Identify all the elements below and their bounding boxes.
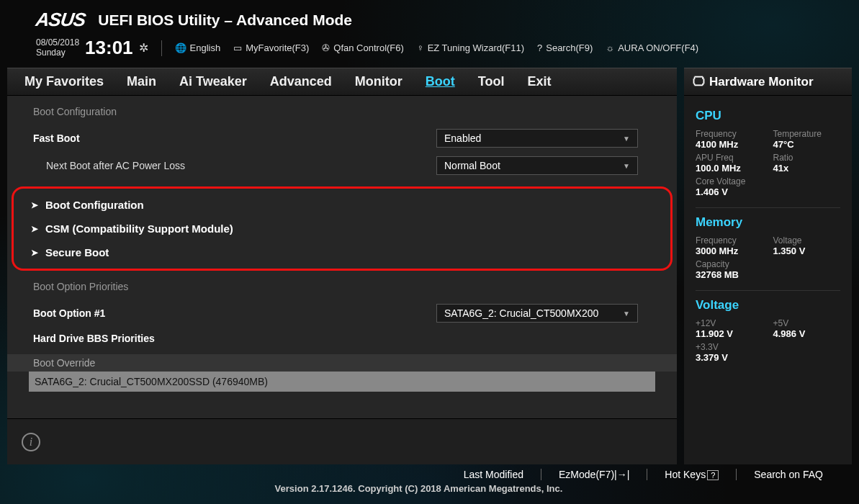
qfan-button[interactable]: ✇ Qfan Control(F6) xyxy=(322,42,404,53)
header-bar: ASUS UEFI BIOS Utility – Advanced Mode xyxy=(0,0,859,37)
hardware-monitor-panel: CPU Frequency4100 MHz Temperature47°C AP… xyxy=(684,96,852,464)
main-panel: Boot Configuration Fast Boot Enabled ▼ N… xyxy=(7,96,677,464)
qfan-label: Qfan Control(F6) xyxy=(333,42,404,53)
chevron-down-icon: ▼ xyxy=(623,310,630,318)
submenu-secure-boot[interactable]: ➤ Secure Boot xyxy=(31,240,653,264)
section-boot-priorities: Boot Option Priorities xyxy=(7,275,677,300)
submenu-label: Boot Configuration xyxy=(45,199,144,211)
cpu-temp-value: 47°C xyxy=(773,139,841,150)
search-faq-button[interactable]: Search on FAQ xyxy=(754,469,823,480)
v12-value: 11.902 V xyxy=(696,328,763,339)
caret-right-icon: ➤ xyxy=(31,248,38,258)
caret-right-icon: ➤ xyxy=(31,200,38,210)
bootopt1-select[interactable]: SATA6G_2: Crucial_CT500MX200 ▼ xyxy=(436,304,638,323)
datetime: 08/05/2018 Sunday 13:01 ✲ xyxy=(36,37,148,59)
mem-cap-label: Capacity xyxy=(696,259,763,269)
cpu-freq-value: 4100 MHz xyxy=(696,139,763,150)
fast-boot-label: Fast Boot xyxy=(33,132,436,144)
language-label: English xyxy=(190,42,221,53)
search-label: Search(F9) xyxy=(546,42,593,53)
submenu-label: Secure Boot xyxy=(45,246,109,258)
info-bar: i xyxy=(7,418,677,464)
aura-button[interactable]: ☼ AURA ON/OFF(F4) xyxy=(606,42,698,53)
boot-override-item[interactable]: SATA6G_2: Crucial_CT500MX200SSD (476940M… xyxy=(29,372,655,392)
nav-tabs: My Favorites Main Ai Tweaker Advanced Mo… xyxy=(7,68,677,96)
myfavorite-button[interactable]: ▭ MyFavorite(F3) xyxy=(233,42,309,53)
chevron-down-icon: ▼ xyxy=(623,135,630,143)
row-next-boot: Next Boot after AC Power Loss Normal Boo… xyxy=(7,152,677,179)
row-bbs-priorities[interactable]: Hard Drive BBS Priorities xyxy=(7,327,677,350)
mem-volt-label: Voltage xyxy=(773,235,841,246)
search-icon: ? xyxy=(537,42,542,53)
ratio-value: 41x xyxy=(773,163,841,174)
next-boot-value: Normal Boot xyxy=(444,160,500,171)
subheader: 08/05/2018 Sunday 13:01 ✲ 🌐 English ▭ My… xyxy=(0,37,859,68)
tab-boot[interactable]: Boot xyxy=(426,74,455,89)
submenu-csm[interactable]: ➤ CSM (Compatibility Support Module) xyxy=(31,217,653,240)
tab-monitor[interactable]: Monitor xyxy=(355,74,402,89)
question-icon: ? xyxy=(707,470,719,480)
date-text: 08/05/2018 xyxy=(36,38,79,48)
next-boot-select[interactable]: Normal Boot ▼ xyxy=(436,156,638,175)
eztune-label: EZ Tuning Wizard(F11) xyxy=(428,42,524,53)
section-boot-config: Boot Configuration xyxy=(7,103,677,125)
bootopt1-value: SATA6G_2: Crucial_CT500MX200 xyxy=(444,307,598,319)
mem-cap-value: 32768 MB xyxy=(696,269,763,280)
ratio-label: Ratio xyxy=(773,153,841,163)
mem-volt-value: 1.350 V xyxy=(773,246,841,256)
v5-value: 4.986 V xyxy=(773,328,841,339)
globe-icon: 🌐 xyxy=(175,42,186,53)
fast-boot-select[interactable]: Enabled ▼ xyxy=(436,129,638,148)
apu-freq-label: APU Freq xyxy=(696,153,763,163)
aura-label: AURA ON/OFF(F4) xyxy=(618,42,698,53)
section-boot-override: Boot Override xyxy=(7,354,677,372)
apu-freq-value: 100.0 MHz xyxy=(696,163,763,174)
tab-my-favorites[interactable]: My Favorites xyxy=(24,74,104,89)
hwmon-header: 🖵 Hardware Monitor xyxy=(684,68,852,96)
app-title: UEFI BIOS Utility – Advanced Mode xyxy=(98,12,352,29)
ezmode-button[interactable]: EzMode(F7)|→| xyxy=(559,469,629,480)
wand-icon: ♀ xyxy=(417,42,424,53)
bootopt1-label: Boot Option #1 xyxy=(33,307,436,319)
info-icon: i xyxy=(22,433,40,451)
core-voltage-value: 1.406 V xyxy=(696,186,763,197)
aura-icon: ☼ xyxy=(606,42,614,53)
mem-freq-label: Frequency xyxy=(696,235,763,246)
voltage-heading: Voltage xyxy=(696,298,840,312)
tab-tool[interactable]: Tool xyxy=(478,74,505,89)
tab-ai-tweaker[interactable]: Ai Tweaker xyxy=(179,74,247,89)
clock: 13:01 xyxy=(85,37,133,59)
v33-value: 3.379 V xyxy=(696,352,763,363)
v5-label: +5V xyxy=(773,318,841,328)
highlighted-submenus: ➤ Boot Configuration ➤ CSM (Compatibilit… xyxy=(12,186,673,271)
search-button[interactable]: ? Search(F9) xyxy=(537,42,593,53)
hwmon-title-text: Hardware Monitor xyxy=(709,75,814,89)
v12-label: +12V xyxy=(696,318,763,328)
cpu-temp-label: Temperature xyxy=(773,129,841,139)
caret-right-icon: ➤ xyxy=(31,224,38,234)
next-boot-label: Next Boot after AC Power Loss xyxy=(33,160,436,171)
monitor-icon: 🖵 xyxy=(693,75,705,89)
fast-boot-value: Enabled xyxy=(444,132,481,144)
hotkeys-button[interactable]: Hot Keys? xyxy=(665,469,719,480)
tab-main[interactable]: Main xyxy=(127,74,156,89)
brand-logo: ASUS xyxy=(35,9,87,31)
cpu-heading: CPU xyxy=(696,109,840,123)
language-button[interactable]: 🌐 English xyxy=(175,42,221,53)
tab-exit[interactable]: Exit xyxy=(527,74,551,89)
day-text: Sunday xyxy=(36,48,79,58)
version-text: Version 2.17.1246. Copyright (C) 2018 Am… xyxy=(275,483,563,494)
row-boot-option-1: Boot Option #1 SATA6G_2: Crucial_CT500MX… xyxy=(7,300,677,327)
last-modified-button[interactable]: Last Modified xyxy=(464,469,523,480)
submenu-boot-configuration[interactable]: ➤ Boot Configuration xyxy=(31,193,653,217)
chevron-down-icon: ▼ xyxy=(623,162,630,170)
row-fast-boot: Fast Boot Enabled ▼ xyxy=(7,125,677,152)
cpu-freq-label: Frequency xyxy=(696,129,763,139)
footer: Last Modified EzMode(F7)|→| Hot Keys? Se… xyxy=(0,464,859,504)
favorite-label: MyFavorite(F3) xyxy=(246,42,309,53)
mem-freq-value: 3000 MHz xyxy=(696,246,763,256)
eztuning-button[interactable]: ♀ EZ Tuning Wizard(F11) xyxy=(417,42,524,53)
v33-label: +3.3V xyxy=(696,342,763,352)
gear-icon[interactable]: ✲ xyxy=(139,41,148,55)
tab-advanced[interactable]: Advanced xyxy=(270,74,332,89)
